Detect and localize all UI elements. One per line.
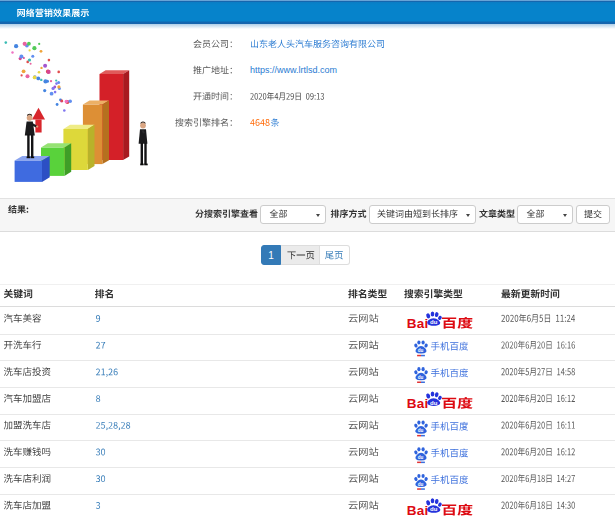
svg-text:1: 1 — [268, 250, 274, 261]
svg-text:https://www.lrtlsd.com: https://www.lrtlsd.com — [250, 65, 337, 75]
